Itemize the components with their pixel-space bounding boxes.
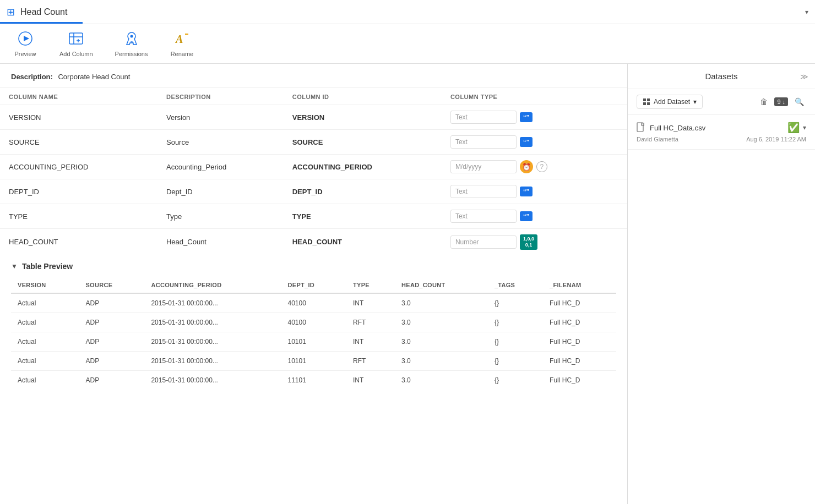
dataset-dropdown-icon[interactable]: ▾ (803, 124, 806, 132)
table-row: DEPT_IDDept_IDDEPT_ID“” (0, 179, 627, 204)
add-dataset-button[interactable]: Add Dataset ▾ (637, 95, 703, 109)
permissions-label: Permissions (115, 51, 148, 57)
preview-cell: RFT (346, 313, 395, 332)
add-column-icon (68, 31, 84, 48)
table-row: SOURCESourceSOURCE“” (0, 130, 627, 155)
preview-cell: {} (488, 293, 543, 313)
type-input[interactable] (450, 210, 517, 223)
col-type-cell: ⏰? (442, 155, 627, 179)
type-input[interactable] (450, 160, 517, 173)
preview-cell: 40100 (281, 293, 346, 313)
svg-text:A: A (175, 33, 183, 45)
datasets-panel: Datasets ≫ Add Dataset ▾ 🗑 9 ↓ (628, 64, 815, 504)
toolbar-permissions[interactable]: Permissions (111, 29, 153, 59)
preview-cell: 3.0 (395, 370, 488, 390)
preview-cell: 3.0 (395, 293, 488, 313)
col-header-name: COLUMN NAME (0, 88, 157, 105)
col-name-cell: DEPT_ID (0, 179, 157, 204)
preview-table-row: ActualADP2015-01-31 00:00:00...10101INT3… (11, 332, 616, 351)
preview-cell: ADP (79, 351, 144, 370)
col-name-cell: VERSION (0, 105, 157, 130)
type-input[interactable] (450, 185, 517, 198)
table-row: TYPETypeTYPE“” (0, 204, 627, 229)
preview-cell: ADP (79, 370, 144, 390)
type-badge-quote: “” (520, 187, 533, 196)
type-badge-number: 1,0,00,1 (520, 234, 537, 250)
delete-dataset-button[interactable]: 🗑 (758, 95, 770, 108)
preview-cell: Actual (11, 332, 79, 351)
col-type-cell: “” (442, 204, 627, 229)
preview-cell: ADP (79, 313, 144, 332)
col-header-id: COLUMN ID (284, 88, 442, 105)
col-name-cell: ACCOUNTING_PERIOD (0, 155, 157, 179)
preview-cell: 2015-01-31 00:00:00... (144, 313, 281, 332)
dataset-item-header: Full HC_Data.csv ✅ ▾ (637, 122, 806, 134)
preview-cell: ADP (79, 332, 144, 351)
preview-table-row: ActualADP2015-01-31 00:00:00...11101INT3… (11, 370, 616, 390)
preview-cell: 3.0 (395, 332, 488, 351)
description-label: Description: (11, 73, 53, 81)
preview-table-row: ActualADP2015-01-31 00:00:00...40100INT3… (11, 293, 616, 313)
preview-cell: Actual (11, 313, 79, 332)
col-id-cell: TYPE (284, 204, 442, 229)
preview-col-header: DEPT_ID (281, 277, 346, 293)
preview-cell: Actual (11, 293, 79, 313)
type-input[interactable] (450, 135, 517, 149)
page-title: Head Count (20, 7, 67, 17)
col-header-type: COLUMN TYPE (442, 88, 627, 105)
sort-arrow: ↓ (783, 98, 786, 105)
type-input[interactable] (450, 111, 517, 124)
preview-col-header: _FILENAM (543, 277, 616, 293)
svg-marker-1 (24, 36, 29, 41)
title-dropdown-icon[interactable]: ▾ (805, 8, 808, 16)
grid-icon: ⊞ (7, 6, 15, 18)
main-panel: Description: Corporate Head Count COLUMN… (0, 64, 628, 504)
chevron-down-icon[interactable]: ▼ (11, 262, 18, 270)
dataset-author: David Giametta (637, 136, 678, 143)
toolbar-rename[interactable]: A Rename (165, 29, 198, 59)
preview-icon (18, 31, 33, 48)
toolbar-preview[interactable]: Preview (9, 29, 42, 59)
table-preview-header: ▼ Table Preview (11, 262, 616, 271)
table-preview-section: ▼ Table Preview VERSIONSOURCEACCOUNTING_… (0, 255, 627, 390)
preview-cell: 11101 (281, 370, 346, 390)
svg-rect-14 (637, 123, 643, 132)
col-desc-cell: Version (157, 105, 284, 130)
toolbar-add-column[interactable]: Add Column (55, 29, 97, 59)
preview-cell: ADP (79, 293, 144, 313)
add-column-label: Add Column (59, 51, 93, 57)
table-row: ACCOUNTING_PERIODAccounting_PeriodACCOUN… (0, 155, 627, 179)
active-indicator (0, 22, 83, 24)
datasets-expand-icon[interactable]: ≫ (800, 72, 808, 81)
search-datasets-button[interactable]: 🔍 (792, 95, 806, 108)
dataset-item[interactable]: Full HC_Data.csv ✅ ▾ David Giametta Aug … (628, 115, 815, 150)
svg-point-7 (130, 35, 133, 37)
preview-cell: 3.0 (395, 313, 488, 332)
column-definitions-table: COLUMN NAME DESCRIPTION COLUMN ID COLUMN… (0, 88, 627, 255)
preview-table: VERSIONSOURCEACCOUNTING_PERIODDEPT_IDTYP… (11, 277, 616, 390)
permissions-icon (124, 31, 139, 48)
preview-col-header: HEAD_COUNT (395, 277, 488, 293)
help-icon[interactable]: ? (536, 161, 547, 172)
col-header-description: DESCRIPTION (157, 88, 284, 105)
dataset-status-row: David Giametta Aug 6, 2019 11:22 AM (637, 136, 806, 143)
preview-label: Preview (14, 51, 36, 57)
col-name-cell: SOURCE (0, 130, 157, 155)
preview-col-header: _TAGS (488, 277, 543, 293)
sort-count: 9 (777, 98, 780, 105)
col-id-cell: SOURCE (284, 130, 442, 155)
datasets-tools: 🗑 9 ↓ 🔍 (758, 95, 806, 108)
description-value: Corporate Head Count (58, 73, 130, 81)
preview-cell: Actual (11, 370, 79, 390)
svg-rect-2 (69, 33, 83, 44)
sort-badge[interactable]: 9 ↓ (774, 97, 788, 106)
col-desc-cell: Type (157, 204, 284, 229)
dataset-file-icon (637, 122, 645, 134)
type-input[interactable] (450, 235, 517, 249)
col-desc-cell: Source (157, 130, 284, 155)
datasets-toolbar: Add Dataset ▾ 🗑 9 ↓ 🔍 (628, 89, 815, 115)
preview-table-row: ActualADP2015-01-31 00:00:00...10101RFT3… (11, 351, 616, 370)
preview-table-row: ActualADP2015-01-31 00:00:00...40100RFT3… (11, 313, 616, 332)
dataset-name: Full HC_Data.csv (650, 124, 705, 132)
col-type-cell: “” (442, 105, 627, 130)
